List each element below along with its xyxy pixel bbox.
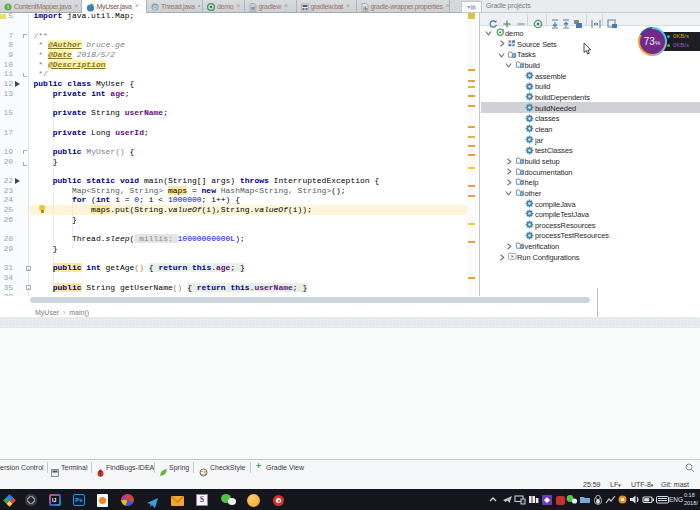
- svg-text:CS: CS: [200, 470, 208, 476]
- svg-text:@: @: [152, 4, 158, 10]
